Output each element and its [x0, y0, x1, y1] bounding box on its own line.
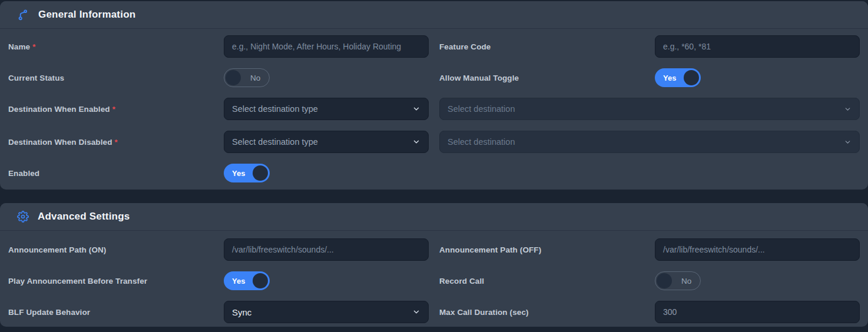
general-information-card: General Information Name* Feature Code C… — [0, 1, 868, 190]
current-status-toggle[interactable]: No — [224, 68, 270, 87]
chevron-down-icon — [412, 105, 420, 113]
toggle-state-label: Yes — [232, 169, 245, 178]
toggle-knob — [657, 273, 672, 288]
toggle-state-label: No — [250, 74, 260, 82]
call-split-icon — [17, 9, 29, 21]
destination-disabled-label: Destination When Disabled* — [8, 138, 224, 147]
general-information-body: Name* Feature Code Current Status No All… — [0, 29, 868, 190]
blf-update-behavior-label: BLF Update Behavior — [8, 308, 224, 317]
select-placeholder: Select destination — [448, 137, 515, 147]
chevron-down-icon — [412, 138, 420, 146]
select-placeholder: Select destination type — [232, 137, 318, 147]
chevron-down-icon — [844, 138, 852, 146]
announcement-on-input[interactable] — [224, 238, 429, 261]
destination-enabled-select[interactable]: Select destination — [439, 98, 860, 120]
row-destination-enabled: Destination When Enabled* Select destina… — [8, 98, 860, 120]
allow-manual-toggle-label: Allow Manual Toggle — [429, 74, 655, 82]
toggle-knob — [253, 165, 268, 181]
row-play-record: Play Announcement Before Transfer Yes Re… — [8, 271, 860, 290]
toggle-state-label: Yes — [232, 277, 245, 285]
advanced-settings-body: Announcement Path (ON) Announcement Path… — [0, 231, 868, 327]
destination-disabled-select[interactable]: Select destination — [439, 131, 860, 153]
toggle-knob — [684, 70, 699, 85]
row-status-manualtoggle: Current Status No Allow Manual Toggle Ye… — [8, 68, 860, 87]
name-input[interactable] — [224, 35, 429, 58]
select-value: Sync — [232, 307, 251, 317]
advanced-settings-card: Advanced Settings Announcement Path (ON)… — [0, 203, 868, 327]
feature-code-input[interactable] — [655, 35, 860, 58]
destination-enabled-type-select[interactable]: Select destination type — [224, 98, 429, 120]
allow-manual-toggle[interactable]: Yes — [655, 68, 701, 87]
blf-update-behavior-select[interactable]: Sync — [224, 301, 429, 323]
max-call-duration-label: Max Call Duration (sec) — [429, 308, 655, 317]
select-placeholder: Select destination type — [232, 104, 318, 114]
chevron-down-icon — [412, 308, 420, 316]
record-call-label: Record Call — [429, 277, 655, 285]
announcement-off-label: Announcement Path (OFF) — [429, 245, 655, 254]
row-blf-duration: BLF Update Behavior Sync Max Call Durati… — [8, 301, 860, 323]
required-marker: * — [115, 138, 118, 147]
destination-disabled-type-select[interactable]: Select destination type — [224, 131, 429, 153]
row-enabled: Enabled Yes — [8, 164, 860, 182]
required-marker: * — [32, 42, 35, 51]
feature-code-label: Feature Code — [429, 42, 655, 51]
required-marker: * — [112, 105, 115, 114]
advanced-settings-header: Advanced Settings — [0, 203, 868, 231]
general-information-header: General Information — [0, 1, 868, 29]
record-call-toggle[interactable]: No — [655, 271, 701, 290]
row-name-featurecode: Name* Feature Code — [8, 35, 860, 58]
announcement-on-label: Announcement Path (ON) — [8, 245, 224, 254]
current-status-label: Current Status — [8, 74, 224, 82]
toggle-state-label: No — [681, 277, 691, 285]
row-announcement-paths: Announcement Path (ON) Announcement Path… — [8, 238, 860, 261]
announcement-off-input[interactable] — [655, 238, 860, 261]
gear-icon — [17, 211, 29, 223]
toggle-state-label: Yes — [663, 74, 676, 82]
select-placeholder: Select destination — [448, 104, 515, 114]
play-announcement-toggle[interactable]: Yes — [224, 271, 270, 290]
chevron-down-icon — [844, 105, 852, 113]
play-announcement-label: Play Announcement Before Transfer — [8, 277, 224, 285]
enabled-toggle[interactable]: Yes — [224, 164, 270, 182]
toggle-knob — [253, 273, 268, 288]
toggle-knob — [226, 70, 241, 85]
row-destination-disabled: Destination When Disabled* Select destin… — [8, 131, 860, 153]
section-title-advanced: Advanced Settings — [38, 211, 130, 223]
enabled-label: Enabled — [8, 169, 224, 178]
name-label: Name* — [8, 42, 224, 51]
section-title-general: General Information — [38, 9, 135, 21]
max-call-duration-input[interactable] — [655, 301, 860, 323]
destination-enabled-label: Destination When Enabled* — [8, 105, 224, 114]
